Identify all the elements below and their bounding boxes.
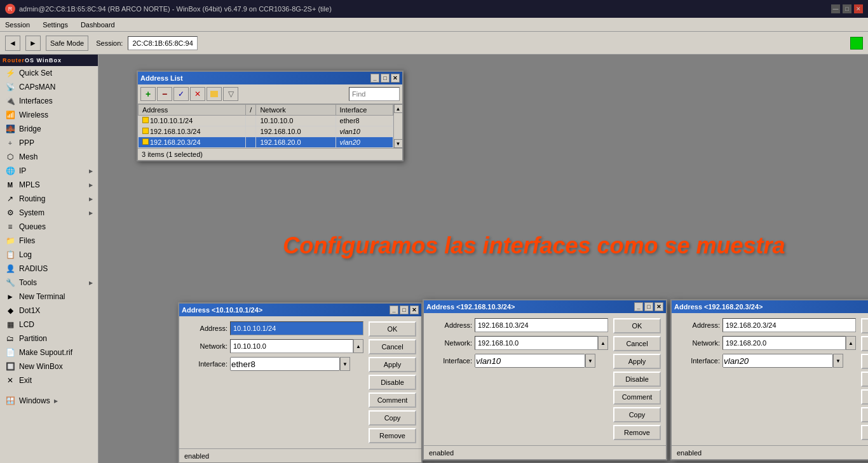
addr-list-maximize[interactable]: □ <box>381 74 390 83</box>
sidebar-item-windows[interactable]: 🪟 Windows ▶ <box>0 394 98 408</box>
dialog1-close[interactable]: ✕ <box>410 305 419 314</box>
scroll-down-button[interactable]: ▼ <box>394 139 403 148</box>
dialog1-interface-dropdown[interactable]: ▼ <box>340 357 350 371</box>
safe-mode-button[interactable]: Safe Mode <box>46 36 88 51</box>
dialog2-interface-dropdown[interactable]: ▼ <box>585 354 595 368</box>
sidebar-item-make-supout[interactable]: 📄 Make Supout.rif <box>0 346 98 359</box>
address-list-titlebar[interactable]: Address List _ □ ✕ <box>138 72 402 84</box>
sidebar-item-partition[interactable]: 🗂 Partition <box>0 332 98 346</box>
dialog3-copy-button[interactable]: Copy <box>861 407 868 422</box>
dialog1-maximize[interactable]: □ <box>400 305 409 314</box>
sidebar-item-interfaces[interactable]: 🔌 Interfaces <box>0 94 98 108</box>
comment-button[interactable] <box>207 87 222 101</box>
sidebar-item-ip[interactable]: 🌐 IP ▶ <box>0 164 98 178</box>
dialog1-body: Address: Network: ▲ Interface: <box>179 316 421 448</box>
sidebar-item-wireless[interactable]: 📶 Wireless <box>0 108 98 122</box>
sidebar-item-exit[interactable]: ✕ Exit <box>0 373 98 387</box>
network-col-header[interactable]: Network <box>256 105 336 116</box>
dialog2-close[interactable]: ✕ <box>654 302 663 311</box>
sidebar-item-ppp[interactable]: + PPP <box>0 136 98 150</box>
dialog2-disable-button[interactable]: Disable <box>613 372 661 387</box>
dialog2-cancel-button[interactable]: Cancel <box>613 336 661 351</box>
sidebar-item-log[interactable]: 📋 Log <box>0 248 98 262</box>
dialog3-network-input[interactable] <box>722 336 846 350</box>
scroll-up-button[interactable]: ▲ <box>394 104 403 113</box>
dialog1-network-input[interactable] <box>230 339 353 353</box>
remove-address-button[interactable]: − <box>157 87 172 101</box>
dialog1-copy-button[interactable]: Copy <box>369 410 416 426</box>
filter-button[interactable]: ▽ <box>223 87 238 101</box>
dialog3-cancel-button[interactable]: Cancel <box>861 336 868 351</box>
sidebar-item-dot1x[interactable]: ◆ Dot1X <box>0 304 98 318</box>
dialog2-network-up[interactable]: ▲ <box>598 336 608 350</box>
dialog1-remove-button[interactable]: Remove <box>369 428 416 443</box>
sidebar-item-radius[interactable]: 👤 RADIUS <box>0 262 98 276</box>
dialog3-interface-input[interactable] <box>722 354 833 368</box>
table-row-selected[interactable]: 192.168.20.3/24 192.168.20.0 vlan20 <box>139 137 393 148</box>
minimize-button[interactable]: — <box>831 4 840 13</box>
sidebar-item-lcd[interactable]: ▦ LCD <box>0 318 98 332</box>
sidebar-item-bridge[interactable]: 🌉 Bridge <box>0 122 98 136</box>
dialog2-comment-button[interactable]: Comment <box>613 389 661 405</box>
dialog3-comment-button[interactable]: Comment <box>861 389 868 405</box>
sidebar-item-capsman[interactable]: 📡 CAPsMAN <box>0 80 98 94</box>
dialog2-interface-input[interactable] <box>475 354 585 368</box>
sort-col-header[interactable]: / <box>246 105 256 116</box>
dialog3-network-up[interactable]: ▲ <box>846 336 856 350</box>
dialog2-remove-button[interactable]: Remove <box>613 425 661 440</box>
dialog1-address-input[interactable] <box>230 321 363 335</box>
sidebar-item-routing[interactable]: ↗ Routing ▶ <box>0 192 98 206</box>
dialog2-maximize[interactable]: □ <box>644 302 653 311</box>
forward-button[interactable]: ► <box>25 36 41 51</box>
find-input[interactable] <box>349 87 400 101</box>
address-col-header[interactable]: Address <box>139 105 246 116</box>
dialog1-network-label: Network: <box>184 342 227 350</box>
dialog1-apply-button[interactable]: Apply <box>369 357 416 372</box>
dialog2-network-input[interactable] <box>475 336 598 350</box>
dialog2-ok-button[interactable]: OK <box>613 318 661 333</box>
sidebar-item-queues[interactable]: ≡ Queues <box>0 220 98 234</box>
sidebar-item-tools[interactable]: 🔧 Tools ▶ <box>0 276 98 290</box>
dialog1-cancel-button[interactable]: Cancel <box>369 339 416 354</box>
dialog1-comment-button[interactable]: Comment <box>369 393 416 408</box>
table-row[interactable]: 10.10.10.1/24 10.10.10.0 ether8 <box>139 116 393 126</box>
enable-button[interactable]: ✓ <box>173 87 189 101</box>
dialog2-apply-button[interactable]: Apply <box>613 354 661 369</box>
interface-col-header[interactable]: Interface <box>336 105 393 116</box>
dialog1-ok-button[interactable]: OK <box>369 321 416 337</box>
dialog1-minimize[interactable]: _ <box>390 305 398 314</box>
sidebar-item-files[interactable]: 📁 Files <box>0 234 98 248</box>
dialog1-disable-button[interactable]: Disable <box>369 375 416 390</box>
dialog3-interface-dropdown[interactable]: ▼ <box>833 354 843 368</box>
dialog3-ok-button[interactable]: OK <box>861 318 868 333</box>
table-row[interactable]: 192.168.10.3/24 192.168.10.0 vlan10 <box>139 126 393 137</box>
addr-list-minimize[interactable]: _ <box>370 74 379 83</box>
sidebar-item-new-terminal[interactable]: ▶ New Terminal <box>0 290 98 304</box>
menu-session[interactable]: Session <box>3 20 32 30</box>
dialog3-remove-button[interactable]: Remove <box>861 425 868 440</box>
maximize-button[interactable]: □ <box>843 4 851 13</box>
dialog1-interface-input[interactable] <box>230 357 340 371</box>
dialog2-minimize[interactable]: _ <box>634 302 643 311</box>
dialog3-apply-button[interactable]: Apply <box>861 354 868 369</box>
sidebar-item-mesh[interactable]: ⬡ Mesh <box>0 150 98 164</box>
dialog3-disable-button[interactable]: Disable <box>861 372 868 387</box>
dialog2-titlebar[interactable]: Address <192.168.10.3/24> _ □ ✕ <box>424 300 666 313</box>
disable-button[interactable]: ✕ <box>190 87 205 101</box>
back-button[interactable]: ◄ <box>5 36 20 51</box>
add-address-button[interactable]: + <box>140 87 156 101</box>
menu-dashboard[interactable]: Dashboard <box>78 20 118 30</box>
sidebar-item-system[interactable]: ⚙ System ▶ <box>0 206 98 220</box>
dialog2-copy-button[interactable]: Copy <box>613 407 661 422</box>
sidebar-item-new-winbox[interactable]: 🔲 New WinBox <box>0 359 98 373</box>
dialog3-address-input[interactable] <box>722 318 856 332</box>
sidebar-item-mpls[interactable]: M MPLS ▶ <box>0 178 98 192</box>
dialog1-titlebar[interactable]: Address <10.10.10.1/24> _ □ ✕ <box>179 304 421 316</box>
sidebar-item-quick-set[interactable]: ⚡ Quick Set <box>0 66 98 80</box>
addr-list-close[interactable]: ✕ <box>391 74 400 83</box>
dialog2-address-input[interactable] <box>475 318 608 332</box>
dialog1-network-up[interactable]: ▲ <box>353 339 363 353</box>
menu-settings[interactable]: Settings <box>40 20 71 30</box>
dialog3-titlebar[interactable]: Address <192.168.20.3/24> _ □ ✕ <box>672 300 868 313</box>
close-button[interactable]: ✕ <box>854 4 863 13</box>
